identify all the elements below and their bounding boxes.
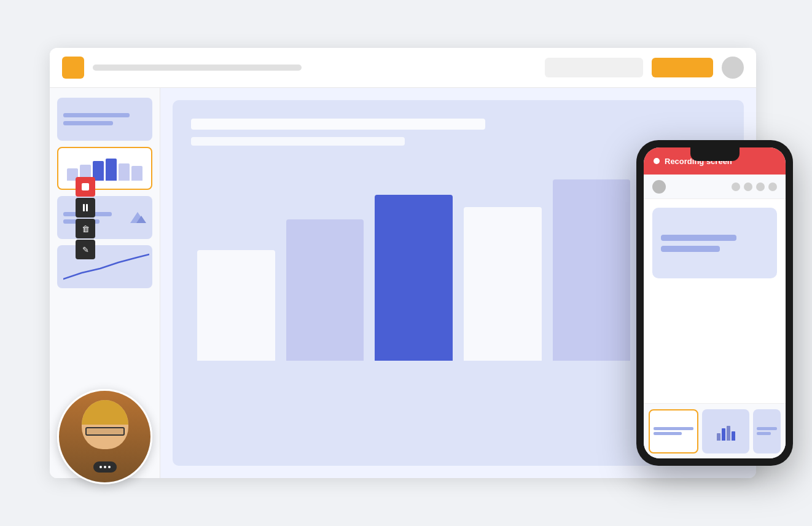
phone-tab-1-lines	[654, 427, 693, 435]
phone-tab-1-line-1	[654, 427, 693, 430]
sidebar-trend-card[interactable]	[57, 245, 152, 288]
bar-5-light	[553, 179, 631, 361]
pause-icon	[83, 204, 88, 211]
sidebar-card-1-line-2	[63, 121, 113, 125]
phone-nav-dots	[732, 183, 777, 191]
stop-icon	[82, 183, 89, 190]
phone-dot-2	[744, 183, 752, 191]
dot-3	[108, 466, 111, 468]
sidebar-card-2-active[interactable]	[57, 147, 152, 190]
phone-bottom-tabs	[644, 403, 786, 458]
bar-group-5	[553, 179, 631, 361]
phone-tab-3-line-2	[757, 432, 771, 435]
bar-group-3	[375, 195, 453, 361]
stop-button[interactable]	[76, 177, 95, 197]
phone-notch	[690, 147, 740, 161]
bar-group-2	[286, 219, 364, 361]
recording-controls: 🗑 ✎	[76, 177, 95, 259]
sidebar-bar-5	[119, 163, 130, 181]
phone-dot-3	[756, 183, 765, 191]
glasses	[85, 427, 125, 436]
phone-tab-1-line-2	[654, 432, 682, 435]
browser-logo	[62, 57, 84, 79]
browser-avatar[interactable]	[722, 57, 744, 79]
phone-tab-bar-1	[717, 433, 720, 441]
bar-3-blue	[375, 195, 453, 361]
phone-tab-1-active[interactable]	[649, 409, 698, 453]
sidebar-bar-4	[106, 159, 117, 181]
bar-1-white	[197, 250, 275, 361]
phone-dot-1	[732, 183, 740, 191]
browser-nav-bar	[93, 65, 302, 71]
phone-nav-bar	[644, 175, 786, 199]
phone-main-content	[644, 199, 786, 403]
phone-nav-home[interactable]	[652, 180, 666, 194]
phone-card-line-2	[661, 246, 720, 252]
phone-mockup: Recording screen	[636, 140, 793, 466]
bar-4-white	[464, 207, 542, 361]
phone-card-line-1	[661, 235, 736, 241]
phone-tab-3-line-1	[757, 427, 777, 430]
browser-search-bar[interactable]	[545, 58, 643, 77]
sidebar-card-3[interactable]	[57, 196, 152, 239]
phone-tab-bar-2	[722, 428, 725, 441]
phone-tab-bar-chart	[717, 422, 735, 441]
scene: 🗑 ✎	[31, 29, 781, 497]
dot-2	[104, 466, 106, 468]
phone-tab-bar-4	[732, 431, 735, 441]
bar-group-4	[464, 207, 542, 361]
pause-button[interactable]	[76, 198, 95, 218]
bar-2-light	[286, 219, 364, 361]
mountain-icon	[129, 211, 146, 224]
browser-toolbar	[50, 48, 756, 88]
chart-subtitle-bar	[191, 137, 405, 146]
phone-tab-3-lines	[757, 427, 777, 435]
phone-tab-2[interactable]	[702, 409, 749, 453]
delete-button[interactable]: 🗑	[76, 219, 95, 238]
webcam-bubble	[57, 389, 152, 484]
bar-group-1	[197, 250, 275, 361]
webcam-more-button[interactable]	[93, 461, 117, 473]
phone-tab-3[interactable]	[753, 409, 781, 453]
phone-screen: Recording screen	[644, 147, 786, 458]
trash-icon: 🗑	[82, 224, 90, 234]
pencil-icon: ✎	[82, 245, 89, 254]
sidebar-card-1[interactable]	[57, 98, 152, 141]
phone-content-card	[652, 208, 777, 278]
dot-1	[100, 466, 102, 468]
browser-action-button[interactable]	[652, 58, 713, 77]
phone-rec-dot	[654, 158, 660, 164]
sidebar-card-1-line-1	[63, 113, 130, 117]
phone-dot-4	[768, 183, 777, 191]
chart-title-bar	[191, 119, 485, 130]
phone-tab-bar-3	[727, 426, 730, 441]
sidebar-bar-6	[131, 166, 142, 181]
edit-button[interactable]: ✎	[76, 240, 95, 259]
